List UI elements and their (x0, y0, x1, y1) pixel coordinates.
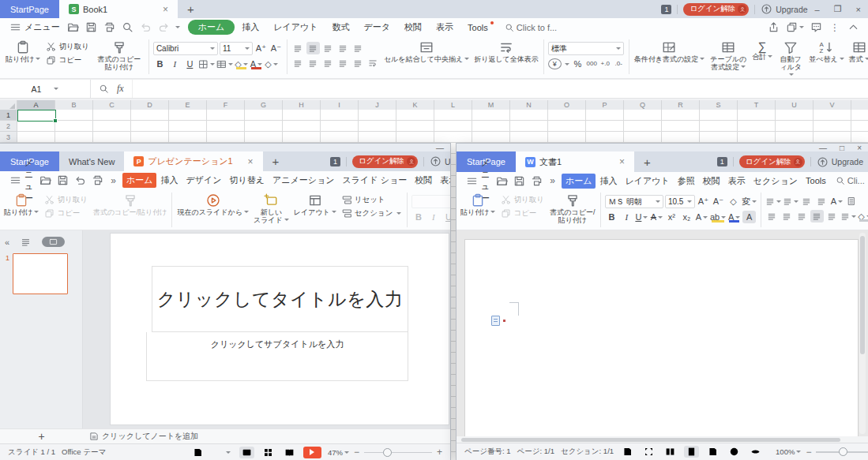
decrease-font-icon[interactable]: A⁻ (712, 196, 725, 208)
line-spacing-button[interactable] (840, 210, 856, 223)
restore-button[interactable]: ❐ (827, 4, 849, 14)
ribbon-tab[interactable]: 表示 (429, 20, 460, 35)
distribute-icon[interactable] (825, 210, 839, 223)
zoom-formula-icon[interactable] (99, 84, 109, 94)
currency-dropdown-icon[interactable] (565, 63, 569, 65)
cut-button[interactable]: 切り取り (499, 195, 545, 205)
align-left-icon[interactable] (765, 210, 779, 223)
shading-button[interactable]: ◇ (858, 210, 868, 223)
fill-color-button[interactable]: ◇ (235, 58, 248, 70)
comma-style-button[interactable]: 000 (586, 61, 598, 67)
sum-button[interactable]: ∑ 合計 (750, 38, 775, 61)
upgrade-button[interactable]: Upgrade (761, 3, 807, 15)
underline-button[interactable]: U (635, 211, 648, 223)
paste-button[interactable]: 貼り付け (3, 38, 43, 63)
bold-button[interactable]: B (411, 211, 425, 223)
slide-thumbnail[interactable] (13, 253, 68, 294)
increase-decimal-button[interactable]: +.0 (599, 61, 611, 67)
close-button[interactable]: × (851, 144, 868, 151)
column-header[interactable]: E (169, 100, 207, 110)
ribbon-tab[interactable]: 参照 (674, 174, 699, 189)
clear-format-button[interactable]: ◇ (265, 58, 278, 70)
ribbon-tab[interactable]: ホーム (562, 174, 596, 189)
number-format-select[interactable]: 標準 (548, 42, 624, 55)
font-color-button[interactable]: A (727, 211, 741, 223)
font-color-button[interactable]: A (250, 58, 263, 70)
from-current-slide-button[interactable]: 現在のスライドから (175, 191, 250, 216)
increase-font-icon[interactable]: A⁺ (254, 43, 268, 55)
draw-border-button[interactable] (216, 58, 233, 70)
minimize-button[interactable]: – (808, 5, 827, 14)
row-header[interactable]: 3 (0, 132, 17, 143)
more-options-icon[interactable]: ⋮ (826, 22, 844, 33)
theme-name[interactable]: Office テーマ (62, 447, 106, 458)
increase-font-icon[interactable]: A⁺ (697, 196, 710, 208)
comment-button[interactable] (808, 20, 825, 35)
column-header[interactable]: G (245, 100, 283, 110)
sort-button[interactable]: 並べ替え (806, 38, 846, 63)
underline-button[interactable]: U (442, 211, 450, 223)
insert-function-icon[interactable]: fx (117, 83, 124, 95)
zoom-slider[interactable] (816, 447, 868, 456)
align-middle-icon[interactable] (306, 42, 320, 54)
cut-button[interactable]: 切り取り (43, 195, 88, 205)
bullets-button[interactable] (765, 195, 781, 208)
notification-badge[interactable]: 1 (661, 5, 671, 14)
slide-view-toggle[interactable] (42, 237, 65, 247)
clear-format-button[interactable]: ◇ (727, 196, 740, 208)
document-icon[interactable] (491, 316, 500, 326)
save-button[interactable] (54, 173, 71, 188)
currency-button[interactable]: ¥ (548, 58, 562, 69)
column-header[interactable]: J (359, 100, 396, 110)
open-button[interactable] (65, 20, 81, 35)
font-size-select[interactable]: 11 (220, 42, 253, 55)
horizontal-scrollbar[interactable] (457, 436, 868, 443)
distribute-icon[interactable] (351, 57, 365, 69)
display-settings-icon[interactable] (212, 447, 233, 458)
format-button[interactable]: 書式 (847, 38, 868, 63)
column-header[interactable]: O (548, 100, 586, 110)
underline-button[interactable]: U (183, 58, 197, 70)
font-name-select[interactable] (411, 195, 450, 208)
web-layout-view-icon[interactable] (727, 446, 742, 458)
align-center-icon[interactable] (780, 210, 794, 223)
layout-button[interactable]: レイアウト (291, 191, 339, 216)
new-tab-button[interactable]: + (263, 151, 289, 171)
copy-button[interactable]: コピー (499, 208, 545, 219)
logout-button[interactable]: ログイン解除 (683, 3, 749, 16)
column-header[interactable]: F (207, 100, 245, 110)
redo-button[interactable] (156, 20, 172, 35)
ribbon-tab[interactable]: レイアウト (266, 20, 325, 35)
decrease-indent-icon[interactable] (800, 195, 814, 208)
column-header[interactable]: D (131, 100, 169, 110)
zoom-slider[interactable] (364, 448, 432, 457)
column-header[interactable]: S (700, 100, 738, 110)
superscript-button[interactable]: x² (665, 211, 678, 223)
format-as-table-button[interactable]: テーブルの書式設定 (707, 38, 750, 71)
column-header[interactable]: K (396, 100, 434, 110)
two-page-view-icon[interactable] (663, 446, 678, 458)
ribbon-tab[interactable]: アニメーション (269, 173, 339, 188)
collapse-panel-icon[interactable]: « (5, 237, 9, 247)
zoom-out-button[interactable]: − (806, 447, 811, 458)
new-tab-button[interactable]: + (634, 151, 660, 172)
text-convert-button[interactable]: 変 (742, 196, 757, 208)
row-header[interactable]: 1 (0, 110, 17, 121)
format-painter-button[interactable]: 書式のコピー/ 貼り付け (547, 191, 598, 224)
ribbon-search[interactable]: Cli... (836, 176, 865, 185)
print-preview-button[interactable] (119, 20, 136, 35)
text-effects-button[interactable]: A (695, 211, 708, 223)
vertical-scrollbar[interactable] (859, 233, 866, 434)
slide-sorter-icon[interactable] (261, 447, 276, 458)
scrollbar-thumb[interactable] (860, 236, 865, 354)
decrease-font-icon[interactable]: A⁻ (269, 43, 283, 55)
undo-button[interactable] (72, 173, 88, 188)
pp-tab-whatsnew[interactable]: What's New (59, 151, 124, 171)
switch-window-button[interactable] (783, 20, 806, 35)
subtitle-placeholder[interactable]: クリックしてサブタイトルを入力 (146, 332, 408, 381)
logout-button[interactable]: ログイン解除 (739, 155, 805, 168)
ribbon-tab[interactable]: 校閲 (699, 174, 724, 189)
decrease-indent-icon[interactable] (336, 42, 350, 54)
char-scale-button[interactable]: A (830, 195, 844, 208)
document-page[interactable] (465, 240, 858, 436)
